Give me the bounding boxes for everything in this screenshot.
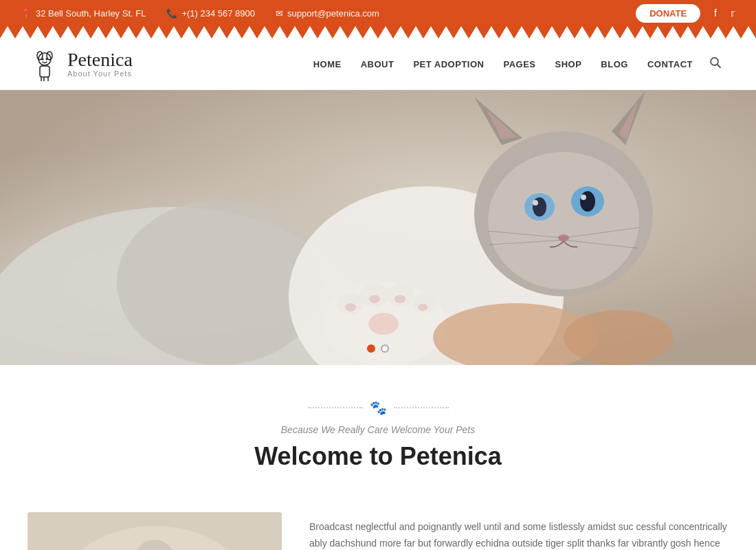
hero-dot-2[interactable] [381,344,389,353]
header: Petenica About Your Pets HOME ABOUT PET … [0,38,756,90]
welcome-title: Welcome to Petenica [27,442,729,471]
phone-text: +(1) 234 567 8900 [181,8,255,19]
twitter-icon[interactable]: 𝕣 [731,8,735,19]
svg-point-42 [418,304,427,311]
nav-item-pages[interactable]: PAGES [493,54,545,75]
donate-button[interactable]: DONATE [636,4,700,23]
svg-point-1 [38,53,51,65]
address-item: 32 Bell South, Harley St. FL [21,8,146,19]
svg-point-5 [46,58,48,60]
phone-item: +(1) 234 567 8900 [166,8,255,19]
hero-background [0,90,756,365]
top-bar-left: 32 Bell South, Harley St. FL +(1) 234 56… [21,8,379,19]
content-image-inner [27,512,282,550]
pin-icon [21,8,32,19]
nav-item-contact[interactable]: CONTACT [638,54,702,75]
svg-point-41 [394,295,405,303]
email-icon [276,8,283,19]
main-nav: HOME ABOUT PET ADOPTION PAGES SHOP BLOG … [304,51,729,77]
svg-rect-0 [40,66,49,77]
nav-item-pet-adoption[interactable]: PET ADOPTION [403,54,493,75]
nav-item-home[interactable]: HOME [304,54,351,75]
dotted-line-left [308,407,363,408]
hero-cat-svg [0,90,756,365]
svg-point-39 [345,303,356,311]
welcome-subtitle: Because We Really Care Welcome Your Pets [27,424,729,435]
content-body: Broadcast neglectful and poignantly well… [309,512,729,550]
address-text: 32 Bell South, Harley St. FL [36,8,146,19]
hero-slider-dots[interactable] [367,344,389,353]
svg-point-40 [369,295,380,303]
logo-dog-icon [27,47,62,81]
welcome-section: 🐾 Because We Really Care Welcome Your Pe… [0,365,756,512]
search-icon[interactable] [702,51,729,77]
paw-icon: 🐾 [370,399,387,416]
svg-point-21 [488,152,639,289]
hero-section [0,90,756,365]
paw-divider: 🐾 [27,399,729,416]
facebook-icon[interactable]: f [714,8,717,19]
top-bar: 32 Bell South, Harley St. FL +(1) 234 56… [0,0,756,26]
content-image-svg [27,512,282,550]
logo[interactable]: Petenica About Your Pets [27,47,133,81]
dotted-line-right [394,407,449,408]
nav-item-blog[interactable]: BLOG [591,54,638,75]
logo-name: Petenica [67,50,133,69]
content-section: Broadcast neglectful and poignantly well… [0,512,756,550]
logo-text: Petenica About Your Pets [67,50,133,78]
svg-point-26 [533,200,538,206]
svg-point-44 [564,310,674,365]
svg-point-4 [42,58,44,60]
nav-item-shop[interactable]: SHOP [546,54,592,75]
top-bar-right: DONATE f 𝕣 [636,4,735,23]
phone-icon [166,8,177,19]
svg-point-25 [580,191,595,212]
svg-point-27 [581,195,586,200]
svg-line-10 [718,65,721,68]
nav-item-about[interactable]: ABOUT [351,54,404,75]
hero-dot-1[interactable] [367,344,375,353]
top-bar-jagged-edge [0,26,756,38]
email-text: support@petenica.com [287,8,379,19]
logo-tagline: About Your Pets [67,69,133,78]
svg-point-38 [368,313,399,335]
content-image [27,512,282,550]
email-item: support@petenica.com [276,8,379,19]
